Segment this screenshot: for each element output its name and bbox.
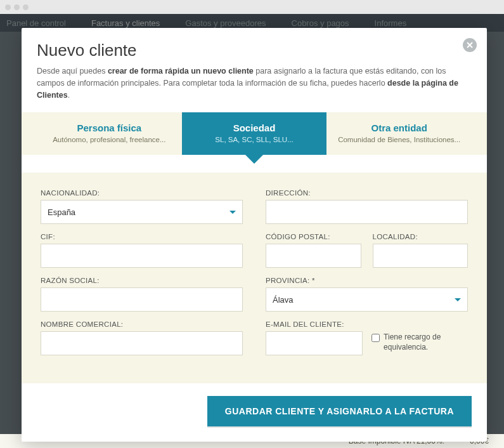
label-cif: CIF:: [41, 233, 243, 240]
label-localidad: LOCALIDAD:: [373, 233, 468, 240]
window-chrome: [0, 0, 504, 14]
recargo-checkbox[interactable]: [372, 334, 380, 342]
modal-description: Desde aquí puedes crear de forma rápida …: [37, 65, 468, 101]
nombre-comercial-input[interactable]: [41, 331, 243, 355]
chevron-down-icon: [229, 211, 236, 214]
desc-bold: crear de forma rápida un nuevo cliente: [108, 67, 254, 76]
recargo-label: Tiene recargo de equivalencia.: [384, 333, 468, 352]
label-email: E-MAIL DEL CLIENTE:: [266, 320, 468, 328]
localidad-input[interactable]: [373, 244, 468, 268]
label-cp: CÓDIGO POSTAL:: [266, 233, 361, 240]
label-provincia: PROVINCIA: *: [266, 277, 468, 284]
field-cif: CIF:: [41, 233, 243, 268]
save-client-button[interactable]: GUARDAR CLIENTE Y ASIGNARLO A LA FACTURA: [207, 396, 472, 426]
desc-text: Desde aquí puedes: [37, 67, 108, 76]
form-left-column: NACIONALIDAD: España CIF: RAZÓN SOCIAL: …: [41, 189, 243, 364]
direccion-input[interactable]: [266, 200, 468, 224]
field-cp-localidad: CÓDIGO POSTAL: LOCALIDAD:: [266, 233, 468, 268]
window-dot: [5, 4, 11, 10]
field-provincia: PROVINCIA: * Álava: [266, 277, 468, 312]
tab-title: Sociedad: [188, 122, 321, 133]
form-panel: NACIONALIDAD: España CIF: RAZÓN SOCIAL: …: [22, 173, 487, 383]
tab-subtitle: Comunidad de Bienes, Instituciones...: [333, 136, 465, 143]
label-direccion: DIRECCIÓN:: [266, 189, 468, 197]
nacionalidad-value: España: [48, 208, 75, 217]
field-email: E-MAIL DEL CLIENTE: Tiene recargo de equ…: [266, 320, 468, 355]
tab-persona-fisica[interactable]: Persona física Autónomo, profesional, fr…: [37, 112, 182, 155]
tab-subtitle: Autónomo, profesional, freelance...: [43, 136, 176, 143]
nacionalidad-select[interactable]: España: [41, 200, 243, 224]
close-icon: [467, 42, 473, 48]
modal-title: Nuevo cliente: [37, 41, 472, 60]
chevron-down-icon: [455, 298, 461, 301]
provincia-value: Álava: [273, 295, 294, 305]
tab-otra-entidad[interactable]: Otra entidad Comunidad de Bienes, Instit…: [326, 112, 472, 155]
label-nombre-comercial: NOMBRE COMERCIAL:: [41, 320, 243, 328]
submit-row: GUARDAR CLIENTE Y ASIGNARLO A LA FACTURA: [37, 396, 472, 426]
window-dot: [23, 4, 29, 10]
close-button[interactable]: [463, 38, 477, 52]
codigo-postal-input[interactable]: [266, 244, 361, 268]
label-razon: RAZÓN SOCIAL:: [41, 277, 243, 284]
cif-input[interactable]: [41, 244, 243, 268]
new-client-modal: Nuevo cliente Desde aquí puedes crear de…: [22, 28, 487, 442]
email-input[interactable]: [266, 331, 363, 355]
field-nacionalidad: NACIONALIDAD: España: [41, 189, 243, 224]
tab-title: Persona física: [43, 122, 176, 133]
client-type-tabs: Persona física Autónomo, profesional, fr…: [22, 112, 487, 155]
razon-social-input[interactable]: [41, 287, 243, 312]
recargo-checkbox-wrap[interactable]: Tiene recargo de equivalencia.: [372, 331, 468, 352]
label-nacionalidad: NACIONALIDAD:: [41, 189, 243, 197]
desc-text: .: [68, 91, 70, 100]
window-dot: [14, 4, 20, 10]
tab-title: Otra entidad: [333, 122, 465, 133]
field-direccion: DIRECCIÓN:: [266, 189, 468, 224]
form-right-column: DIRECCIÓN: CÓDIGO POSTAL: LOCALIDAD:: [266, 189, 468, 364]
field-razon-social: RAZÓN SOCIAL:: [41, 277, 243, 312]
provincia-select[interactable]: Álava: [266, 287, 468, 312]
tab-sociedad[interactable]: Sociedad SL, SA, SC, SLL, SLU...: [182, 112, 327, 155]
tab-subtitle: SL, SA, SC, SLL, SLU...: [188, 136, 321, 143]
field-nombre-comercial: NOMBRE COMERCIAL:: [41, 320, 243, 355]
